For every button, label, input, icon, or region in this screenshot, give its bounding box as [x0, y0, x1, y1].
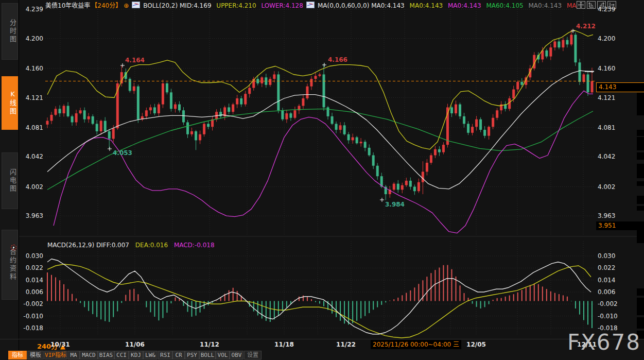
boll-values: BOLL(20,2) MID:4.169	[143, 2, 211, 9]
toolbar-button-BIAS[interactable]: BIAS	[98, 351, 114, 359]
macd-axis-label-right: 0.006	[598, 288, 620, 296]
toolbar-button-OBV[interactable]: OBV	[230, 351, 243, 359]
x-axis-row: 240分 ▲ 2025/11/26 00:00~04:00 三 10/3111/…	[0, 339, 644, 351]
macd-axis-label-left: 0.022	[21, 264, 43, 271]
right-edge-volume-block	[637, 137, 644, 150]
toolbar-button-LW&[interactable]: LW&	[143, 351, 158, 359]
session-low-tag: 3.951	[596, 221, 644, 230]
y-axis-label-left: 4.121	[21, 94, 43, 101]
x-axis-label: 12/05	[466, 341, 486, 348]
y-axis-label-right: 4.081	[598, 124, 620, 131]
boll-upper-value: UPPER:4.210	[216, 2, 256, 9]
x-axis-label: 10/31	[50, 341, 70, 348]
sidebar-tab-合约资料[interactable]: 合约资料	[2, 230, 18, 300]
macd-header: MACD(26,12,9) DIFF:0.007 DEA:0.016 MACD:…	[47, 242, 219, 249]
sidebar-tab-K线图[interactable]: K线图	[2, 76, 18, 130]
toolbar-button-CR[interactable]: CR	[172, 351, 185, 359]
macd-axis-label-left: -0.018	[21, 324, 43, 332]
y-axis-label-right: 4.200	[598, 35, 620, 42]
ma-value-red: MA	[567, 2, 577, 9]
ma-value-yellow: MA0:4.143	[410, 2, 443, 9]
macd-axis-label-right: 0.022	[598, 264, 620, 271]
macd-axis-label-right: 0.014	[598, 277, 620, 284]
macd-dea-value: DEA:0.016	[135, 242, 168, 249]
ma-value-magenta: MA0:4.143	[448, 2, 481, 9]
boll-lower-value: LOWER:4.128	[261, 2, 303, 9]
boll-indicator-icon	[132, 2, 140, 8]
sidebar-tab-闪电图[interactable]: 闪电图	[2, 152, 18, 209]
y-axis-label-left: 4.081	[21, 124, 43, 131]
y-axis-label-right: 4.121	[598, 94, 620, 101]
y-axis-label-left: 4.042	[21, 153, 43, 160]
toolbar-button-BOLL[interactable]: BOLL	[199, 351, 216, 359]
y-axis-label-right: 4.002	[598, 183, 620, 191]
right-edge-volume-block	[637, 93, 644, 115]
move-crosshair-icon[interactable]	[577, 1, 585, 9]
macd-axis-label-left: 0.006	[21, 288, 43, 296]
y-axis-label-right: 3.963	[598, 212, 620, 219]
toolbar-button-CCI[interactable]: CCI	[114, 351, 129, 359]
toolbar-button-VOL[interactable]: VOL	[216, 351, 230, 359]
price-annotation: 4.212	[576, 23, 596, 30]
toolbar-button-模板[interactable]: 模板	[27, 351, 44, 359]
price-annotation: 4.053	[113, 149, 132, 157]
right-edge-volume-block	[637, 298, 644, 315]
y-axis-label-right: 4.042	[598, 153, 620, 160]
right-edge-volume-block	[637, 164, 644, 178]
right-edge-volume-block	[637, 130, 644, 136]
right-edge-volume-block	[637, 206, 644, 211]
x-axis-label: 11/06	[125, 341, 145, 348]
y-axis-label-right: 4.239	[598, 6, 620, 13]
price-annotation: 4.164	[125, 57, 145, 64]
y-axis-label-left: 3.963	[21, 212, 43, 219]
right-edge-volume-block	[637, 196, 644, 204]
toolbar-button-RSI[interactable]: RSI	[158, 351, 172, 359]
y-axis-label-right: 4.160	[598, 65, 620, 72]
x-axis-label: 11/22	[336, 341, 356, 348]
y-axis-label-left: 4.200	[21, 35, 43, 42]
toolbar-button-设置[interactable]: 设置	[244, 351, 262, 359]
macd-params: MACD(26,12,9) DIFF:0.007	[47, 242, 129, 249]
right-edge-volume-block	[637, 181, 644, 186]
price-annotation: 4.166	[328, 56, 347, 63]
toolbar-button-PSY[interactable]: PSY	[185, 351, 199, 359]
current-price-tag: 4.143	[596, 82, 644, 92]
y-axis-label-left: 4.160	[21, 65, 43, 72]
indicator-alert-icon[interactable]	[11, 245, 16, 250]
ma60-value: MA60:4.105	[486, 2, 523, 9]
indicator-toolbar: 指标模板VIP指标MAMACDBIASCCIKDJLW&RSICRPSYBOLL…	[0, 350, 644, 360]
crosshair-date-label: 2025/11/26 00:00~04:00 三	[371, 340, 461, 349]
fx678-watermark: FX678	[567, 330, 641, 355]
zoom-add-icon[interactable]: ⊕	[124, 2, 129, 9]
chart-type-sidebar: 分时图K线图闪电图合约资料	[0, 0, 19, 360]
x-axis-label: 11/18	[274, 341, 294, 348]
macd-axis-label-left: 0.030	[21, 252, 43, 260]
toolbar-button-指标[interactable]: 指标	[8, 351, 27, 359]
toolbar-button-KDJ[interactable]: KDJ	[129, 351, 143, 359]
left-scale-icon[interactable]	[587, 1, 596, 9]
toolbar-button-MACD[interactable]: MACD	[80, 351, 98, 359]
toolbar-button-VIP指标[interactable]: VIP指标	[44, 351, 67, 359]
sidebar-tab-分时图[interactable]: 分时图	[2, 3, 18, 60]
y-axis-label-left: 4.239	[21, 6, 43, 13]
macd-axis-label-right: 0.030	[598, 252, 620, 260]
y-axis-label-left: 4.002	[21, 183, 43, 191]
macd-axis-label-right: -0.010	[598, 313, 620, 320]
ma-indicator-icon	[306, 2, 315, 8]
ma-value-gray: MA0:4.143	[528, 2, 562, 9]
macd-axis-label-left: -0.010	[21, 313, 43, 320]
period-label: 【240分】	[91, 2, 121, 9]
macd-axis-label-right: -0.002	[598, 300, 620, 307]
x-axis-label: 11/12	[200, 341, 219, 348]
macd-axis-label-left: 0.014	[21, 277, 43, 284]
macd-value: MACD:-0.018	[174, 242, 215, 249]
ma-values: MA(0,0,0,60,0,0) MA0:4.143	[318, 2, 405, 9]
price-annotation: 3.984	[385, 201, 405, 208]
chart-header: 美债10年收益率【240分】⊕BOLL(20,2) MID:4.169 UPPE…	[45, 1, 579, 9]
trading-terminal: 4.1644.0534.1663.9844.212 分时图K线图闪电图合约资料 …	[0, 0, 644, 360]
macd-axis-label-left: -0.002	[21, 300, 43, 307]
candlestick-chart-canvas[interactable]: 4.1644.0534.1663.9844.212	[0, 0, 644, 339]
right-edge-volume-block	[637, 152, 644, 160]
right-edge-volume-block	[637, 288, 644, 296]
toolbar-button-MA[interactable]: MA	[67, 351, 80, 359]
